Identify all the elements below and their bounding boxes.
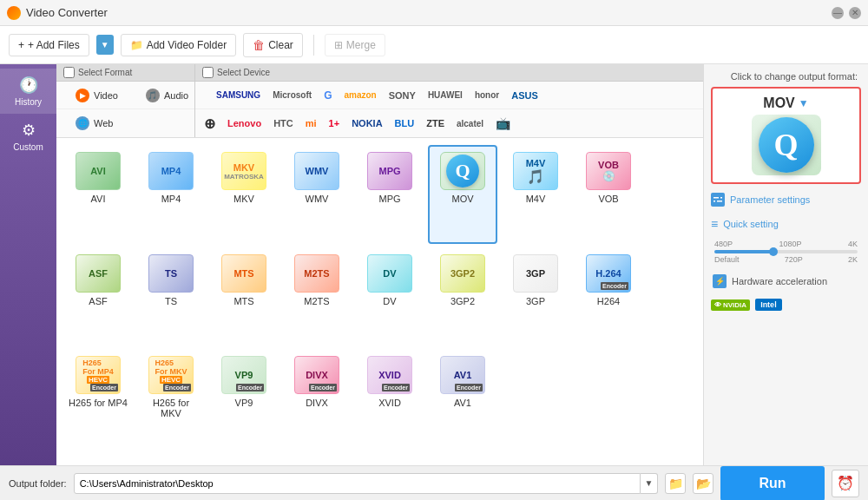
- brand-asus[interactable]: ASUS: [511, 90, 538, 101]
- nvidia-label: NVIDIA: [723, 301, 746, 309]
- output-format-dropdown-arrow[interactable]: ▼: [799, 97, 809, 109]
- 3gp2-badge: 3GP2: [440, 254, 485, 293]
- format-item-mts[interactable]: MTS MTS: [209, 247, 279, 346]
- format-item-m2ts[interactable]: M2TS M2TS: [282, 247, 352, 346]
- format-item-asf[interactable]: ASF ASF: [63, 247, 133, 346]
- quality-slider[interactable]: [714, 250, 858, 253]
- format-item-av1[interactable]: AV1Encoder AV1: [428, 349, 497, 458]
- brand-blu[interactable]: BLU: [395, 118, 415, 128]
- toolbar-separator: [313, 35, 314, 56]
- open-folder-button[interactable]: 📁: [665, 473, 686, 494]
- output-path-dropdown[interactable]: ▼: [641, 473, 658, 494]
- close-button[interactable]: ✕: [849, 7, 861, 19]
- mp4-label: MP4: [161, 194, 181, 204]
- format-item-h264[interactable]: H.264Encoder H264: [574, 247, 643, 346]
- brand-mi[interactable]: mi: [306, 118, 317, 128]
- hardware-acceleration-row[interactable]: ⚡ Hardware acceleration: [711, 271, 861, 292]
- vob-label: VOB: [598, 194, 618, 204]
- brand-honor[interactable]: honor: [475, 90, 499, 100]
- brand-motorola[interactable]: ⊕: [204, 115, 215, 132]
- add-video-folder-button[interactable]: 📁 Add Video Folder: [121, 34, 237, 56]
- video-tab[interactable]: ▶ Video: [63, 86, 130, 105]
- sidebar-item-custom[interactable]: ⚙ Custom: [0, 114, 56, 159]
- select-device-checkbox[interactable]: [202, 67, 214, 78]
- h265mkv-thumb: H265For MKVHEVCEncoder: [147, 354, 195, 396]
- clear-button[interactable]: 🗑 Clear: [243, 33, 303, 57]
- format-item-xvid[interactable]: XVIDEncoder XVID: [355, 349, 424, 458]
- h265mkv-encoder-badge: Encoder: [163, 384, 191, 391]
- brand-nokia[interactable]: NOKIA: [352, 118, 382, 128]
- h265mp4-encoder-badge: Encoder: [90, 384, 118, 391]
- format-item-wmv[interactable]: WMV WMV: [282, 145, 352, 244]
- brand-tv[interactable]: 📺: [496, 116, 510, 130]
- m4v-label: M4V: [526, 194, 546, 204]
- add-files-button[interactable]: + + Add Files: [9, 34, 89, 56]
- format-item-h265mp4[interactable]: H265For MP4HEVCEncoder H265 for MP4: [63, 349, 133, 458]
- xvid-badge: XVIDEncoder: [367, 356, 412, 394]
- divx-thumb: DIVXEncoder: [293, 354, 341, 396]
- brand-google[interactable]: G: [324, 89, 332, 102]
- select-format-checkbox[interactable]: [63, 67, 75, 78]
- format-item-m4v[interactable]: M4V🎵 M4V: [501, 145, 570, 244]
- web-tab-icon: 🌐: [76, 116, 89, 130]
- format-item-mpg[interactable]: MPG MPG: [355, 145, 424, 244]
- m2ts-label: M2TS: [304, 296, 329, 306]
- vp9-badge: VP9Encoder: [221, 356, 266, 394]
- intel-badge[interactable]: Intel: [755, 299, 782, 311]
- audio-tab[interactable]: 🎵 Audio: [134, 86, 201, 105]
- format-item-mkv[interactable]: MKVMATROSKA MKV: [209, 145, 279, 244]
- av1-thumb: AV1Encoder: [438, 354, 487, 396]
- audio-tab-icon: 🎵: [146, 89, 160, 102]
- parameter-settings-row[interactable]: Parameter settings: [711, 189, 861, 210]
- format-item-3gp2[interactable]: 3GP2 3GP2: [428, 247, 497, 346]
- minimize-button[interactable]: —: [832, 7, 844, 19]
- brand-alcatel[interactable]: alcatel: [457, 119, 483, 128]
- m2ts-badge: M2TS: [294, 254, 339, 293]
- brand-microsoft[interactable]: Microsoft: [273, 90, 312, 100]
- quality-720p: 720P: [785, 255, 803, 264]
- schedule-button[interactable]: ⏰: [832, 470, 859, 497]
- toolbar: + + Add Files ▼ 📁 Add Video Folder 🗑 Cle…: [0, 26, 868, 64]
- format-item-dv[interactable]: DV DV: [355, 247, 424, 346]
- intel-label: Intel: [760, 300, 777, 309]
- format-item-divx[interactable]: DIVXEncoder DIVX: [282, 349, 352, 458]
- titlebar: Video Converter — ✕: [0, 0, 868, 26]
- format-item-ts[interactable]: TS TS: [136, 247, 206, 346]
- quick-setting-row[interactable]: ≡ Quick setting: [711, 215, 861, 233]
- brand-oneplus[interactable]: 1+: [329, 118, 340, 128]
- output-folder-label: Output folder:: [9, 478, 67, 489]
- mov-thumb: Q: [438, 150, 487, 192]
- mkv-badge: MKVMATROSKA: [221, 152, 266, 190]
- brand-sony[interactable]: SONY: [389, 90, 416, 101]
- format-item-avi[interactable]: AVI AVI: [63, 145, 133, 244]
- merge-button[interactable]: ⊞ Merge: [325, 34, 385, 56]
- web-category-row: 🌐 Web: [56, 109, 194, 137]
- brand-htc[interactable]: HTC: [273, 118, 293, 128]
- output-path-input[interactable]: [74, 473, 641, 494]
- window-controls: — ✕: [832, 7, 861, 19]
- output-format-box[interactable]: MOV ▼ Q: [711, 87, 861, 184]
- brand-lenovo[interactable]: Lenovo: [227, 118, 261, 128]
- sidebar-item-history[interactable]: 🕐 History: [0, 69, 56, 114]
- quick-setting-icon: ≡: [711, 217, 718, 231]
- quality-4k: 4K: [848, 240, 858, 248]
- format-item-3gp[interactable]: 3GP 3GP: [501, 247, 570, 346]
- nvidia-badge[interactable]: 👁 NVIDIA: [711, 299, 750, 311]
- run-button[interactable]: Run: [720, 466, 825, 501]
- bottom-bar: Output folder: ▼ 📁 📂 Run ⏰: [0, 465, 868, 500]
- format-item-h265mkv[interactable]: H265For MKVHEVCEncoder H265 for MKV: [136, 349, 206, 458]
- format-item-mov[interactable]: Q MOV: [428, 145, 497, 244]
- web-tab[interactable]: 🌐 Web: [63, 114, 125, 133]
- brand-zte[interactable]: ZTE: [426, 118, 444, 128]
- add-files-dropdown-arrow[interactable]: ▼: [96, 35, 114, 55]
- mts-badge: MTS: [221, 254, 266, 293]
- file-transfer-button[interactable]: 📂: [693, 473, 713, 494]
- brand-amazon[interactable]: amazon: [344, 90, 376, 100]
- quality-top-labels: 480P 1080P 4K: [714, 240, 858, 248]
- brand-huawei[interactable]: HUAWEI: [428, 90, 463, 100]
- quality-1080p: 1080P: [779, 240, 801, 248]
- format-item-mp4[interactable]: MP4 MP4: [136, 145, 206, 244]
- format-item-vp9[interactable]: VP9Encoder VP9: [209, 349, 279, 458]
- format-item-vob[interactable]: VOB💿 VOB: [574, 145, 643, 244]
- brand-samsung[interactable]: SAMSUNG: [216, 90, 260, 100]
